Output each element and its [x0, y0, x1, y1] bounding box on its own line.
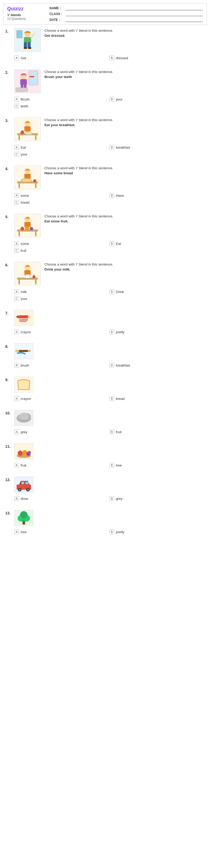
q3-sentence: Eat your breakfast. [44, 123, 205, 127]
svg-rect-12 [20, 79, 27, 85]
q9-text-b: bread [116, 397, 125, 401]
q5-option-b: B Eat [110, 240, 205, 247]
q2-number: 2. [5, 69, 10, 74]
q3-text-a: Eat [21, 146, 26, 149]
question-9: 9. A crayon B bread [5, 377, 205, 402]
q9-number: 9. [5, 377, 10, 382]
q2-sentence: Brush your teeth [44, 75, 205, 79]
q5-badge-a: A [14, 241, 19, 246]
header-left: Quizizz 'r' blends 13 Questions [7, 6, 44, 22]
q2-text-c: teeth [21, 104, 28, 108]
svg-rect-2 [24, 37, 31, 43]
header-right: NAME : CLASS : DATE : [44, 6, 203, 22]
q12-image [14, 476, 33, 492]
q13-option-b: B pretty [110, 528, 205, 535]
q13-text-b: pretty [116, 530, 125, 534]
q2-image [14, 69, 41, 93]
q5-badge-c: C [14, 248, 19, 253]
q13-number: 13. [5, 510, 10, 515]
q3-badge-c: C [14, 152, 19, 157]
q4-number: 4. [5, 165, 10, 171]
svg-point-72 [19, 413, 29, 420]
q6-badge-c: C [14, 296, 19, 301]
q4-image [14, 165, 41, 189]
q9-text [37, 377, 205, 377]
q10-options: A grey B fruit [14, 429, 205, 435]
q1-badge-b: B [110, 56, 114, 60]
svg-point-55 [33, 275, 36, 278]
q10-text [37, 410, 205, 410]
q6-option-a: A milk [14, 288, 110, 295]
question-5: 5. [5, 214, 205, 254]
q6-sentence: Drink your milk. [44, 268, 205, 271]
q5-badge-b: B [110, 241, 114, 246]
question-6: 6. [5, 262, 205, 302]
svg-rect-50 [35, 280, 36, 285]
class-label: CLASS : [50, 12, 64, 16]
q8-image [14, 343, 33, 359]
svg-rect-8 [17, 30, 23, 38]
q3-option-a: A Eat [14, 144, 110, 151]
svg-rect-17 [16, 88, 28, 92]
q2-instruction: Choose a word with 'r' blend in this sen… [44, 70, 205, 74]
date-field: DATE : [50, 18, 203, 22]
svg-rect-3 [24, 42, 27, 48]
q6-text: Choose a word with 'r' blend in this sen… [44, 262, 205, 271]
q9-option-a: A crayon [14, 395, 110, 402]
q10-badge-a: A [14, 430, 19, 434]
q4-option-a: A some [14, 192, 110, 199]
q6-option-c: C your [14, 295, 205, 302]
q8-text-b: breakfast [116, 363, 130, 367]
svg-rect-30 [19, 184, 20, 188]
q7-badge-b: B [110, 330, 114, 334]
q6-text-b: Drink [116, 290, 124, 294]
q3-options: A Eat B breakfast C your [14, 144, 205, 158]
q13-badge-b: B [110, 529, 114, 534]
q2-option-a: A Brush [14, 96, 110, 103]
date-label: DATE : [50, 18, 64, 22]
questions-container: 1. [0, 28, 210, 549]
q7-option-b: B pretty [110, 329, 205, 335]
subtitle-title: 'r' blends [7, 13, 44, 17]
q9-badge-b: B [110, 396, 114, 401]
svg-point-44 [30, 227, 33, 230]
svg-point-75 [18, 451, 23, 456]
q1-text-a: Get [21, 56, 26, 60]
q12-option-a: A drive [14, 495, 110, 502]
q11-text-b: tree [116, 463, 122, 467]
svg-point-51 [25, 265, 30, 270]
svg-point-42 [21, 227, 24, 230]
svg-rect-23 [24, 126, 31, 131]
question-11: 11. A f [5, 443, 205, 469]
q4-text-c: bread [21, 200, 29, 205]
q5-text-c: fruit [21, 249, 26, 253]
name-label: NAME : [50, 6, 64, 10]
q10-image [14, 410, 33, 426]
q3-image [14, 117, 41, 141]
svg-rect-87 [25, 482, 29, 484]
q2-text-a: Brush [21, 97, 30, 101]
svg-rect-38 [19, 232, 20, 237]
q9-badge-a: A [14, 396, 19, 401]
q8-options: A brush B breakfast [14, 362, 205, 369]
q9-option-b: B bread [110, 395, 205, 402]
q13-badge-a: A [14, 529, 19, 534]
question-10: 10. A grey B fruit [5, 410, 205, 435]
q5-image [14, 214, 41, 238]
q13-text [37, 510, 205, 510]
q3-text-b: breakfast [116, 146, 130, 149]
q1-sentence: Get dressed. [44, 34, 205, 37]
q13-options: A tree B pretty [14, 528, 205, 535]
q13-text-a: tree [21, 530, 26, 534]
q4-badge-a: A [14, 193, 19, 198]
svg-point-7 [28, 47, 31, 49]
q11-number: 11. [5, 443, 10, 448]
q10-option-b: B fruit [110, 429, 205, 435]
q5-text: Choose a word with 'r' blend in this sen… [44, 214, 205, 223]
q1-text-b: dressed [116, 56, 128, 60]
class-field: CLASS : [50, 12, 203, 16]
q7-badge-a: A [14, 330, 19, 334]
svg-rect-21 [35, 135, 36, 140]
q11-text [37, 443, 205, 444]
q7-text-a: crayon [21, 330, 31, 334]
